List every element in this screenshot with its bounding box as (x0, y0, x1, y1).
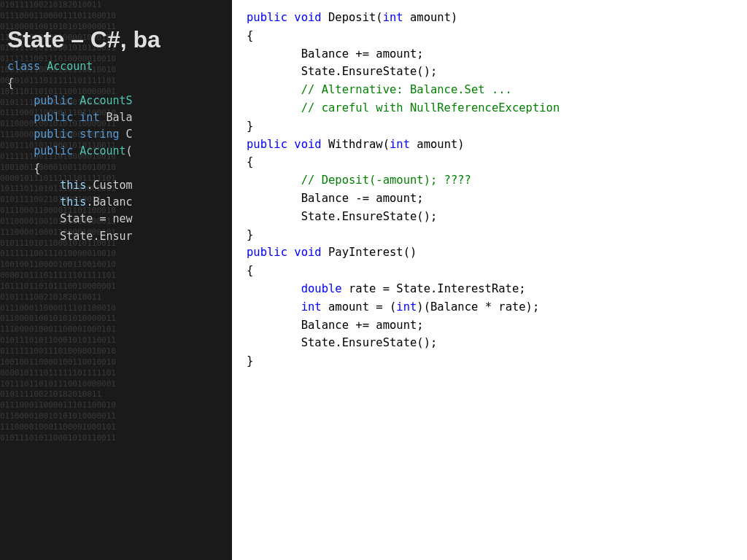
right-code-block: public void Deposit(int amount) { Balanc… (247, 9, 732, 370)
page-title: State – C#, ba (7, 26, 160, 52)
main-container: 010111100210182010011 011100011000011101… (0, 0, 747, 560)
right-panel: public void Deposit(int amount) { Balanc… (232, 0, 747, 560)
left-code-block: class Account { public AccountS public i… (7, 58, 133, 245)
left-panel: 010111100210182010011 011100011000011101… (0, 0, 232, 560)
title-area: State – C#, ba (7, 22, 160, 57)
